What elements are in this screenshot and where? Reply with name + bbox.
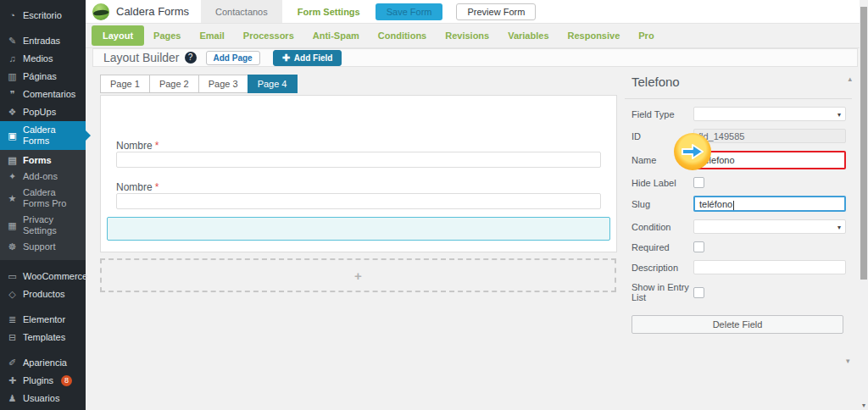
- sidebar-item-caldera-forms[interactable]: ▣Caldera Forms: [0, 121, 86, 150]
- sidebar-item-templates[interactable]: ⊟Templates: [0, 329, 86, 346]
- tab-page-2[interactable]: Page 2: [149, 75, 199, 93]
- field-input-preview[interactable]: [116, 152, 601, 168]
- plugins-update-badge: 8: [61, 375, 72, 386]
- description-field[interactable]: [693, 260, 846, 274]
- popups-icon: ❖: [7, 107, 18, 118]
- field-type-select[interactable]: ▾: [693, 107, 846, 121]
- selected-telefono-field[interactable]: [107, 217, 610, 241]
- tab-page-3[interactable]: Page 3: [198, 75, 248, 93]
- tab-responsive[interactable]: Responsive: [559, 26, 630, 45]
- submenu-item-addons[interactable]: ✦Add-ons: [0, 169, 86, 185]
- hide-label-checkbox[interactable]: [693, 177, 704, 188]
- dashboard-icon: ◔: [7, 10, 18, 21]
- sidebar-item-label: Elementor: [23, 314, 65, 325]
- slug-label: Slug: [632, 199, 693, 209]
- name-field[interactable]: Telefono: [693, 151, 846, 169]
- id-label: ID: [632, 131, 693, 141]
- show-entry-checkbox[interactable]: [693, 287, 704, 298]
- privacy-icon: ▦: [7, 220, 18, 231]
- sidebar-item-label: Plugins: [23, 375, 53, 386]
- slug-value-text: teléfono: [699, 199, 732, 209]
- admin-sidebar: ◔Escritorio ✎Entradas ♫Medios ▥Páginas ❞…: [0, 0, 86, 410]
- sidebar-item-productos[interactable]: ◇Productos: [0, 285, 86, 303]
- submenu-item-forms[interactable]: ▤Forms: [0, 152, 86, 169]
- sidebar-item-entradas[interactable]: ✎Entradas: [0, 32, 86, 50]
- required-asterisk: *: [155, 181, 159, 193]
- sidebar-item-popups[interactable]: ❖PopUps: [0, 103, 86, 121]
- hide-label-label: Hide Label: [632, 178, 693, 188]
- scrollbar-thumb[interactable]: [860, 7, 867, 280]
- sidebar-item-label: Usuarios: [23, 393, 59, 404]
- tab-revisions[interactable]: Revisions: [436, 26, 498, 45]
- tab-layout[interactable]: Layout: [92, 25, 144, 46]
- sidebar-item-label: Caldera Forms: [23, 125, 79, 147]
- products-icon: ◇: [7, 289, 18, 300]
- star-icon: ★: [7, 193, 18, 204]
- tab-variables[interactable]: Variables: [498, 26, 558, 45]
- required-checkbox[interactable]: [693, 241, 704, 252]
- slug-field[interactable]: teléfono: [693, 196, 846, 212]
- plugins-icon: ✚: [7, 375, 18, 386]
- page-scrollbar[interactable]: ▾: [860, 0, 868, 410]
- tab-email[interactable]: Email: [190, 26, 233, 45]
- panel-title: Telefono: [632, 75, 680, 89]
- show-entry-row: Show in Entry List: [625, 282, 852, 302]
- submenu-item-caldera-forms-pro[interactable]: ★Caldera Forms Pro: [0, 185, 86, 212]
- add-page-button[interactable]: Add Page: [206, 51, 260, 65]
- tab-processors[interactable]: Processors: [234, 26, 303, 45]
- form-canvas: Nombre* Nombre*: [100, 95, 617, 252]
- field-label-text: Nombre: [116, 181, 153, 193]
- scrollbar-down-arrow-icon[interactable]: ▾: [860, 402, 868, 409]
- save-form-button[interactable]: Save Form: [376, 3, 443, 20]
- tab-page-4[interactable]: Page 4: [248, 75, 298, 93]
- collapse-caret-icon[interactable]: ▴: [848, 75, 852, 83]
- form-editor-tabs: Layout Pages Email Processors Anti-Spam …: [86, 24, 860, 48]
- tab-conditions[interactable]: Conditions: [369, 26, 436, 45]
- required-label: Required: [632, 242, 693, 252]
- sidebar-item-label: Medios: [23, 53, 53, 64]
- sidebar-item-medios[interactable]: ♫Medios: [0, 50, 86, 68]
- sidebar-item-label: Templates: [23, 332, 65, 343]
- caldera-header: Caldera Forms Contactanos Form Settings …: [86, 0, 860, 24]
- description-row: Description: [625, 260, 852, 274]
- sidebar-item-woocommerce[interactable]: ▭WooCommerce: [0, 268, 86, 285]
- chevron-down-icon: ▾: [837, 224, 841, 231]
- text-cursor: [733, 201, 734, 210]
- tab-pro[interactable]: Pro: [629, 26, 663, 45]
- tab-page-1[interactable]: Page 1: [100, 75, 150, 93]
- submenu-item-label: Caldera Forms Pro: [23, 187, 79, 209]
- tab-pages[interactable]: Pages: [144, 26, 190, 45]
- plus-icon: +: [354, 269, 362, 283]
- id-field: fld_149585: [693, 129, 846, 143]
- condition-select[interactable]: ▾: [693, 219, 846, 234]
- sidebar-item-plugins[interactable]: ✚Plugins8: [0, 372, 86, 390]
- tab-anti-spam[interactable]: Anti-Spam: [303, 26, 369, 45]
- sidebar-item-apariencia[interactable]: ✐Apariencia: [0, 354, 86, 372]
- templates-icon: ⊟: [7, 332, 18, 343]
- help-icon[interactable]: ?: [185, 52, 197, 64]
- condition-label: Condition: [632, 222, 693, 232]
- forms-icon: ▤: [7, 155, 18, 166]
- sidebar-item-usuarios[interactable]: ♟Usuarios: [0, 390, 86, 407]
- scroll-down-caret-icon: ▾: [846, 357, 850, 365]
- sidebar-item-label: Escritorio: [23, 10, 62, 21]
- submenu-item-support[interactable]: ☸Support: [0, 239, 86, 255]
- required-row: Required: [625, 241, 852, 252]
- sidebar-item-label: Entradas: [23, 36, 60, 47]
- form-settings-link[interactable]: Form Settings: [298, 7, 360, 17]
- add-field-button[interactable]: ✚Add Field: [273, 50, 342, 66]
- sidebar-item-escritorio[interactable]: ◔Escritorio: [0, 7, 86, 25]
- field-input-preview[interactable]: [116, 193, 601, 209]
- page-tabs: Page 1 Page 2 Page 3 Page 4: [100, 75, 297, 93]
- sidebar-item-paginas[interactable]: ▥Páginas: [0, 68, 86, 86]
- sidebar-item-comentarios[interactable]: ❞Comentarios: [0, 86, 86, 103]
- delete-field-button[interactable]: Delete Field: [632, 315, 843, 334]
- form-name-tab[interactable]: Contactanos: [201, 0, 282, 23]
- field-settings-panel: Telefono ▴ Field Type ▾ ID fld_149585 Na…: [625, 69, 852, 334]
- add-row-dropzone[interactable]: +: [100, 258, 616, 292]
- submenu-item-privacy-settings[interactable]: ▦Privacy Settings: [0, 212, 86, 239]
- layout-builder-title: Layout Builder: [103, 51, 180, 64]
- sidebar-item-elementor[interactable]: ≣Elementor: [0, 311, 86, 329]
- preview-form-button[interactable]: Preview Form: [456, 3, 536, 20]
- caldera-icon: ▣: [7, 130, 18, 141]
